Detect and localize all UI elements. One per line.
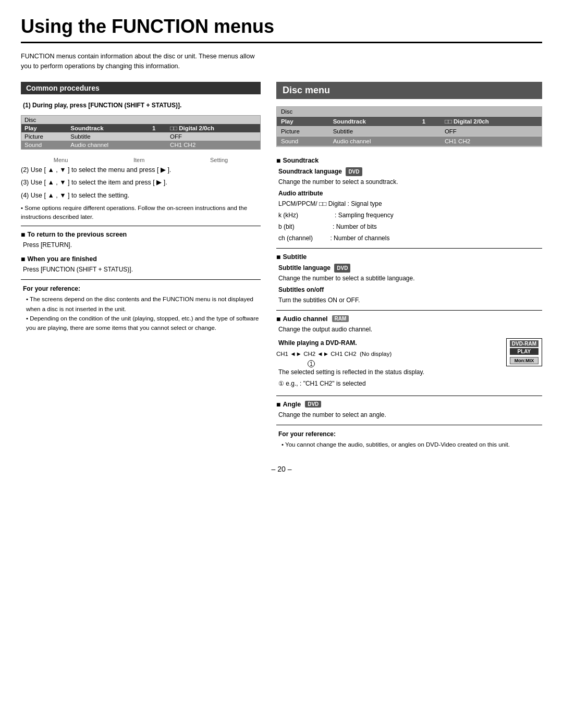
audio-attr-line3: b (bit) : Number of bits — [278, 222, 542, 231]
dm-row-picture: Picture Subtitle OFF — [277, 126, 542, 136]
common-procedures-header: Common procedures — [21, 82, 261, 94]
dm-soundtrack-num: 1 — [418, 116, 440, 126]
finished-section: When you are finished Press [FUNCTION (S… — [21, 255, 261, 274]
menu-row-picture: Picture Subtitle OFF — [21, 132, 260, 141]
reference-header-right: For your reference: — [278, 429, 542, 439]
disc-label: Disc — [21, 116, 67, 124]
audio-diagram: CH1 ◄► CH2 ◄► CH1 CH2 (No display) — [276, 351, 501, 357]
divider4 — [276, 310, 542, 311]
return-header: To return to the previous screen — [21, 230, 261, 239]
sound-label: Sound — [21, 141, 67, 149]
subtitle-spacer — [149, 132, 167, 141]
audio-channel-text: Change the output audio channel. — [278, 325, 542, 334]
soundtrack-dvd-badge: DVD — [346, 167, 362, 176]
audio-channel-label: Audio channel — [67, 141, 149, 149]
soundtrack-section: Soundtrack Soundtrack language DVD Chang… — [276, 156, 542, 243]
reference-section-left: For your reference: The screens depend o… — [21, 284, 261, 333]
menu-row-disc: Disc — [21, 116, 260, 124]
reference-list-left: The screens depend on the disc contents … — [21, 294, 261, 333]
menu-labels: Menu Item Setting — [21, 157, 261, 163]
subtitle-label: Subtitle — [67, 132, 149, 141]
left-column: Common procedures (1) During play, press… — [21, 82, 261, 338]
circle-1: 1 — [308, 360, 315, 367]
dm-audio-channel-val: CH1 CH2 — [440, 136, 542, 146]
step-note: • Some options require different operati… — [21, 204, 261, 222]
menu-row-sound: Sound Audio channel CH1 CH2 — [21, 141, 260, 149]
menu-row-play: Play Soundtrack 1 □□ Digital 2/0ch — [21, 124, 260, 132]
intro-text: FUNCTION menus contain information about… — [21, 52, 261, 71]
ref-right-item-1: You cannot change the audio, subtitles, … — [282, 440, 542, 449]
subtitle-val: OFF — [167, 132, 260, 141]
audio-attr-line2: k (kHz) : Sampling frequency — [278, 211, 542, 220]
reference-header-left: For your reference: — [23, 284, 261, 293]
label-item: Item — [133, 157, 144, 163]
reference-section-right: For your reference: You cannot change th… — [276, 429, 542, 449]
ref-item-1: The screens depend on the disc contents … — [26, 294, 261, 314]
dm-audio-channel-label: Audio channel — [329, 136, 418, 146]
audio-channel-ram-badge: RAM — [332, 315, 349, 322]
step1-section: (1) During play, press [FUNCTION (SHIFT … — [21, 101, 261, 110]
audio-channel-diagram-area: DVD-RAM PLAY Mon:MIX While playing a DVD… — [276, 336, 542, 390]
return-text: Press [RETURN]. — [23, 240, 261, 250]
audio-note1: The selected setting is reflected in the… — [278, 367, 542, 377]
divider6 — [276, 425, 542, 425]
dvd-ram-box: DVD-RAM PLAY Mon:MIX — [506, 338, 542, 366]
while-playing-label: While playing a DVD-RAM. — [278, 338, 542, 348]
audio-attr-line4: ch (channel) : Number of channels — [278, 233, 542, 243]
divider1 — [21, 226, 261, 226]
angle-header: Angle DVD — [276, 400, 542, 409]
dm-soundtrack-label: Soundtrack — [329, 116, 418, 126]
divider5 — [276, 396, 542, 396]
soundtrack-num: 1 — [149, 124, 167, 132]
soundtrack-header: Soundtrack — [276, 156, 542, 165]
audio-channel-spacer — [149, 141, 167, 149]
step3: (3) Use [ ▲ , ▼ ] to select the item and… — [21, 178, 261, 188]
dm-row-sound: Sound Audio channel CH1 CH2 — [277, 136, 542, 146]
disc-right — [67, 116, 260, 124]
return-section: To return to the previous screen Press [… — [21, 230, 261, 250]
subtitles-onoff-text: Turn the subtitles ON or OFF. — [278, 295, 542, 305]
right-column: Disc menu Disc Play Soundtrack 1 □□ Digi… — [276, 82, 542, 454]
mix-label: Mon:MIX — [510, 357, 538, 364]
play-label: PLAY — [510, 348, 538, 355]
dm-disc-right — [329, 107, 542, 117]
dm-play-label: Play — [277, 116, 329, 126]
reference-list-right: You cannot change the audio, subtitles, … — [276, 440, 542, 449]
audio-channel-header: Audio channel RAM — [276, 315, 542, 323]
dm-row-disc: Disc — [277, 107, 542, 117]
subtitle-lang-text: Change the number to select a subtitle l… — [278, 274, 542, 283]
audio-channel-section: Audio channel RAM Change the output audi… — [276, 315, 542, 390]
disc-menu-header: Disc menu — [276, 82, 542, 99]
dm-soundtrack-val: □□ Digital 2/0ch — [440, 116, 542, 126]
soundtrack-lang-label: Soundtrack language DVD — [278, 167, 542, 176]
angle-text: Change the number to select an angle. — [278, 410, 542, 419]
left-menu-table: Disc Play Soundtrack 1 □□ Digital 2/0ch … — [21, 115, 261, 150]
play-label: Play — [21, 124, 67, 132]
dvd-ram-label: DVD-RAM — [510, 340, 538, 347]
label-menu: Menu — [54, 157, 68, 163]
ref-item-2: Depending on the condition of the unit (… — [26, 314, 261, 333]
step2: (2) Use [ ▲ , ▼ ] to select the menu and… — [21, 165, 261, 175]
label-setting: Setting — [210, 157, 228, 163]
disc-menu-table: Disc Play Soundtrack 1 □□ Digital 2/0ch … — [276, 106, 542, 147]
subtitle-lang-label: Subtitle language DVD — [278, 263, 542, 273]
dm-subtitle-spacer — [418, 126, 440, 136]
dm-audio-channel-spacer — [418, 136, 440, 146]
angle-dvd-badge: DVD — [305, 401, 321, 408]
divider2 — [21, 279, 261, 280]
dm-sound-label: Sound — [277, 136, 329, 146]
soundtrack-val: □□ Digital 2/0ch — [167, 124, 260, 132]
finished-header: When you are finished — [21, 255, 261, 263]
subtitle-dvd-badge: DVD — [334, 264, 350, 273]
subtitles-onoff-label: Subtitles on/off — [278, 285, 542, 294]
finished-text: Press [FUNCTION (SHIFT + STATUS)]. — [23, 265, 261, 274]
diagram-text: CH1 ◄► CH2 ◄► CH1 CH2 (No display) — [276, 351, 391, 357]
soundtrack-label: Soundtrack — [67, 124, 149, 132]
subtitle-section: Subtitle Subtitle language DVD Change th… — [276, 253, 542, 305]
dm-picture-label: Picture — [277, 126, 329, 136]
dm-row-play: Play Soundtrack 1 □□ Digital 2/0ch — [277, 116, 542, 126]
subtitle-header: Subtitle — [276, 253, 542, 261]
page-title: Using the FUNCTION menus — [21, 16, 542, 43]
audio-attr-line1: LPCM/PPCM/ □□ Digital : Signal type — [278, 199, 542, 208]
dm-subtitle-label: Subtitle — [329, 126, 418, 136]
